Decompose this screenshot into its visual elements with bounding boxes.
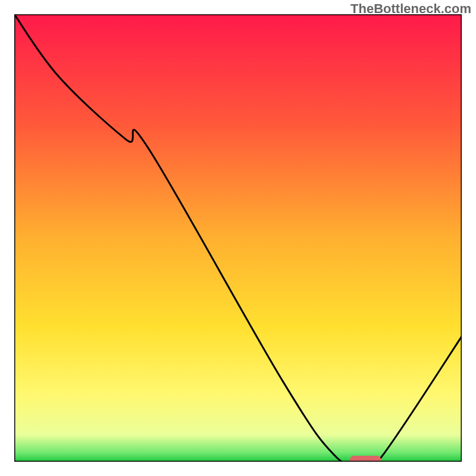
chart-container: TheBottleneck.com: [0, 0, 476, 476]
watermark-text: TheBottleneck.com: [350, 1, 471, 17]
gradient-background: [14, 14, 462, 462]
plot-area: [14, 14, 462, 462]
chart-svg: [14, 14, 462, 462]
